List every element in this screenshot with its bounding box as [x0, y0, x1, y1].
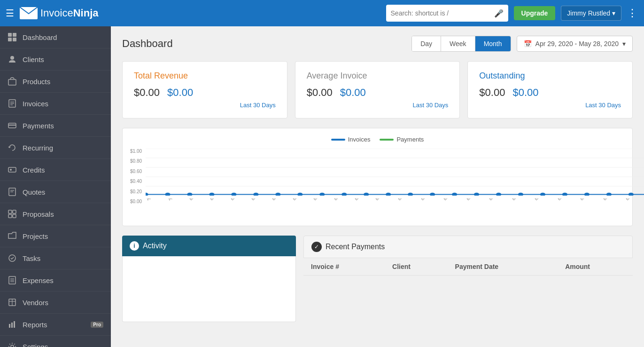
svg-point-48: [297, 193, 303, 196]
svg-point-51: [364, 193, 369, 196]
clients-icon: [8, 55, 17, 64]
y-axis: $1.00 $0.80 $0.60 $0.40 $0.20 $0.00: [130, 149, 144, 218]
projects-icon: [8, 231, 17, 241]
main-layout: Dashboard Clients Products Invoices Paym: [0, 26, 644, 347]
sidebar-item-clients[interactable]: Clients: [0, 48, 111, 71]
svg-point-42: [165, 193, 170, 196]
user-menu-button[interactable]: Jimmy Rustled ▾: [561, 6, 621, 21]
y-label-5: $0.20: [130, 189, 142, 194]
y-label-6: $0.00: [130, 199, 142, 204]
recent-payments-panel: ✓ Recent Payments Invoice # Client Payme…: [303, 236, 633, 322]
svg-point-52: [386, 193, 391, 196]
sidebar-item-products[interactable]: Products: [0, 71, 111, 93]
col-payment-date: Payment Date: [448, 258, 558, 276]
svg-point-59: [540, 193, 545, 196]
svg-point-58: [518, 193, 523, 196]
tab-day[interactable]: Day: [412, 36, 441, 51]
products-icon: [8, 77, 17, 86]
svg-rect-6: [8, 79, 16, 85]
recent-payments-header: ✓ Recent Payments: [303, 236, 633, 258]
payments-legend-color: [380, 139, 394, 141]
stat-cards: Total Revenue $0.00 $0.00 Last 30 Days A…: [122, 61, 633, 118]
outstanding-card: Outstanding $0.00 $0.00 Last 30 Days: [467, 61, 633, 118]
activity-panel: i Activity: [122, 236, 296, 322]
col-amount: Amount: [558, 258, 633, 276]
page-title: Dashboard: [122, 38, 173, 50]
sidebar-item-credits[interactable]: Credits: [0, 159, 111, 181]
sidebar-item-quotes-label: Quotes: [23, 188, 103, 196]
tab-week[interactable]: Week: [441, 36, 475, 51]
payments-legend-label: Payments: [396, 136, 424, 143]
svg-point-41: [146, 193, 148, 196]
calendar-icon: 📅: [524, 40, 532, 47]
payments-table-header-row: Invoice # Client Payment Date Amount: [303, 258, 633, 276]
svg-point-53: [408, 193, 413, 196]
tab-month[interactable]: Month: [475, 36, 511, 51]
sidebar-item-settings[interactable]: Settings: [0, 336, 111, 347]
y-label-3: $0.60: [130, 169, 142, 174]
payments-table-head: Invoice # Client Payment Date Amount: [303, 258, 633, 276]
payments-table: Invoice # Client Payment Date Amount: [303, 258, 633, 276]
average-invoice-title: Average Invoice: [307, 71, 449, 81]
sidebar-item-proposals[interactable]: Proposals: [0, 203, 111, 225]
sidebar-item-expenses[interactable]: Expenses: [0, 269, 111, 292]
total-revenue-dark-value: $0.00: [134, 87, 160, 99]
activity-panel-body: [122, 256, 296, 322]
payments-check-icon: ✓: [311, 242, 322, 252]
hamburger-icon[interactable]: ☰: [6, 8, 14, 19]
sidebar-item-tasks[interactable]: Tasks: [0, 247, 111, 269]
sidebar-item-projects[interactable]: Projects: [0, 225, 111, 247]
sidebar-item-recurring[interactable]: Recurring: [0, 137, 111, 159]
chart-legend: Invoices Payments: [130, 136, 625, 143]
settings-icon: [8, 342, 17, 347]
sidebar-item-expenses-label: Expenses: [23, 276, 103, 284]
total-revenue-title: Total Revenue: [134, 71, 276, 81]
svg-point-63: [628, 193, 634, 196]
sidebar-item-products-label: Products: [23, 78, 103, 86]
svg-point-43: [187, 193, 192, 196]
date-range-picker[interactable]: 📅 Apr 29, 2020 - May 28, 2020 ▾: [517, 36, 633, 52]
logo-envelope-icon: [20, 7, 38, 19]
search-input[interactable]: [391, 9, 494, 17]
svg-point-60: [562, 193, 567, 196]
svg-rect-31: [11, 323, 13, 328]
recurring-icon: [8, 143, 17, 152]
sidebar-item-invoices[interactable]: Invoices: [0, 93, 111, 115]
time-tabs: Day Week Month: [411, 36, 511, 52]
svg-point-5: [10, 56, 14, 60]
svg-point-61: [584, 193, 590, 196]
y-label-2: $0.80: [130, 158, 142, 164]
sidebar-item-payments[interactable]: Payments: [0, 115, 111, 137]
logo-text: InvoiceNinja: [40, 7, 99, 19]
sidebar-item-vendors[interactable]: Vendors: [0, 292, 111, 314]
sidebar-item-quotes[interactable]: Quotes: [0, 181, 111, 203]
recent-payments-body: Invoice # Client Payment Date Amount: [303, 258, 633, 276]
svg-rect-18: [8, 210, 12, 213]
sidebar-item-clients-label: Clients: [23, 55, 103, 63]
svg-rect-20: [8, 214, 12, 218]
upgrade-button[interactable]: Upgrade: [514, 6, 556, 20]
legend-payments: Payments: [380, 136, 424, 143]
sidebar-item-credits-label: Credits: [23, 166, 103, 174]
outstanding-values: $0.00 $0.00: [479, 87, 621, 99]
bottom-panels: i Activity ✓ Recent Payments Invoice #: [122, 236, 633, 322]
col-invoice-num: Invoice #: [303, 258, 385, 276]
recent-payments-title: Recent Payments: [326, 243, 385, 251]
reports-icon: [8, 320, 17, 329]
svg-rect-4: [13, 38, 16, 41]
svg-point-47: [275, 193, 280, 196]
microphone-icon[interactable]: 🎤: [494, 9, 504, 18]
more-options-icon[interactable]: ⋮: [627, 7, 638, 19]
total-revenue-label: Last 30 Days: [134, 102, 276, 109]
sidebar: Dashboard Clients Products Invoices Paym: [0, 26, 111, 347]
svg-point-46: [253, 193, 258, 196]
svg-point-57: [496, 193, 501, 196]
search-bar[interactable]: 🎤: [386, 5, 508, 22]
sidebar-item-dashboard[interactable]: Dashboard: [0, 26, 111, 48]
sidebar-item-payments-label: Payments: [23, 122, 103, 130]
invoices-legend-label: Invoices: [348, 136, 371, 143]
outstanding-title: Outstanding: [479, 71, 621, 81]
chart-svg: [146, 149, 644, 196]
total-revenue-card: Total Revenue $0.00 $0.00 Last 30 Days: [122, 61, 287, 118]
sidebar-item-reports[interactable]: Reports Pro: [0, 314, 111, 336]
